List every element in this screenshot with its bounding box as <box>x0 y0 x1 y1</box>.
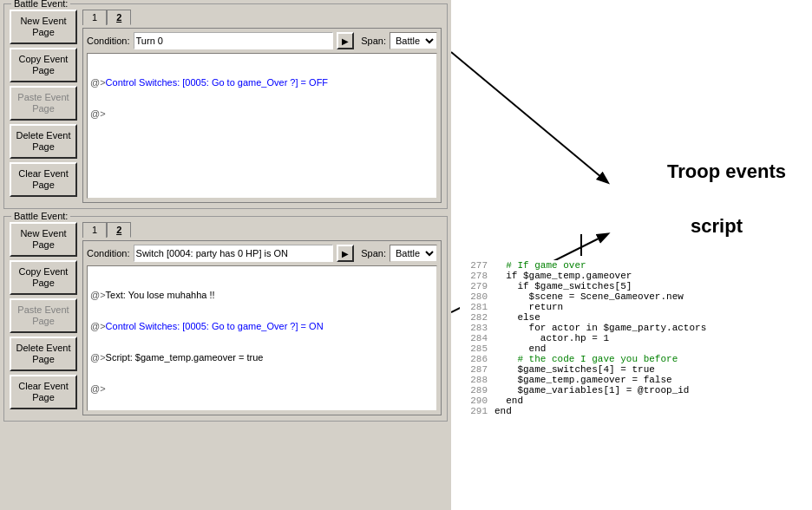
battle-event-section-1: Battle Event: New Event Page Copy Event … <box>3 3 448 209</box>
line-number: 281 <box>460 302 488 312</box>
line-text: for actor in $game_party.actors <box>494 323 706 333</box>
line-number: 277 <box>460 260 488 271</box>
span-select-2[interactable]: Battle <box>390 245 437 262</box>
right-panel: Troop events script 277 # If game over27… <box>451 0 812 510</box>
event-line-2-1: @>Text: You lose muhahha !! <box>90 290 434 300</box>
line-text: # If game over <box>494 260 586 271</box>
code-line: 282 else <box>460 312 812 323</box>
line-number: 287 <box>460 364 488 375</box>
troop-events-label: Troop events <box>667 160 786 183</box>
line-number: 291 <box>460 406 488 416</box>
line-text: if $game_temp.gameover <box>494 271 632 281</box>
line-text: if $game_switches[5] <box>494 281 632 291</box>
buttons-column-1: New Event Page Copy Event Page Paste Eve… <box>10 10 77 203</box>
right-content-1: 1 2 Condition: ▶ Span: Battle @>Contro <box>82 10 442 203</box>
event-line-1-1: @>Control Switches: [0005: Go to game_Ov… <box>90 77 434 88</box>
line-number: 289 <box>460 385 488 396</box>
line-number: 285 <box>460 343 488 354</box>
code-area: 277 # If game over278 if $game_temp.game… <box>460 260 812 510</box>
line-text: $scene = Scene_Gameover.new <box>494 291 684 302</box>
condition-label-2: Condition: <box>87 248 130 258</box>
tabs-row-1: 1 2 <box>82 10 442 25</box>
tab-2-2[interactable]: 2 <box>107 222 131 238</box>
condition-btn-1[interactable]: ▶ <box>337 32 354 49</box>
line-text: $game_switches[4] = true <box>494 364 655 375</box>
svg-line-0 <box>451 52 607 182</box>
condition-row-1: Condition: ▶ Span: Battle <box>87 32 437 49</box>
condition-input-2[interactable] <box>134 245 334 262</box>
section-1-container: New Event Page Copy Event Page Paste Eve… <box>10 10 442 203</box>
line-number: 278 <box>460 271 488 281</box>
clear-event-page-btn-1[interactable]: Clear Event Page <box>10 162 77 197</box>
line-number: 286 <box>460 354 488 364</box>
code-line: 284 actor.hp = 1 <box>460 333 812 343</box>
code-line: 283 for actor in $game_party.actors <box>460 323 812 333</box>
event-line-1-2: @> <box>90 108 434 119</box>
buttons-column-2: New Event Page Copy Event Page Paste Eve… <box>10 222 77 415</box>
event-line-2-2: @>Control Switches: [0005: Go to game_Ov… <box>90 321 434 331</box>
line-text: else <box>494 312 540 323</box>
condition-row-2: Condition: ▶ Span: Battle <box>87 245 437 262</box>
event-line-2-4: @> <box>90 383 434 394</box>
tabs-row-2: 1 2 <box>82 222 442 238</box>
condition-btn-2[interactable]: ▶ <box>337 245 354 262</box>
paste-event-page-btn-1: Paste Event Page <box>10 86 77 121</box>
event-text-area-2: @>Text: You lose muhahha !! @>Control Sw… <box>87 265 437 411</box>
condition-input-1[interactable] <box>134 32 334 49</box>
line-number: 279 <box>460 281 488 291</box>
tab-1-2[interactable]: 2 <box>107 10 131 25</box>
line-number: 283 <box>460 323 488 333</box>
new-event-page-btn-1[interactable]: New Event Page <box>10 10 77 44</box>
copy-event-page-btn-2[interactable]: Copy Event Page <box>10 260 77 295</box>
new-event-page-btn-2[interactable]: New Event Page <box>10 222 77 257</box>
line-number: 280 <box>460 291 488 302</box>
code-line: 287 $game_switches[4] = true <box>460 364 812 375</box>
line-number: 290 <box>460 396 488 406</box>
code-line: 289 $game_variables[1] = @troop_id <box>460 385 812 396</box>
code-line: 288 $game_temp.gameover = false <box>460 375 812 385</box>
line-text: end <box>494 406 512 416</box>
battle-event-label-1: Battle Event: <box>11 0 70 9</box>
condition-label-1: Condition: <box>87 36 130 46</box>
line-text: actor.hp = 1 <box>494 333 609 343</box>
code-line: 279 if $game_switches[5] <box>460 281 812 291</box>
code-line: 291end <box>460 406 812 416</box>
section-2-container: New Event Page Copy Event Page Paste Eve… <box>10 222 442 415</box>
tab-content-2: Condition: ▶ Span: Battle @>Text: You lo… <box>82 240 442 415</box>
line-number: 284 <box>460 333 488 343</box>
code-line: 286 # the code I gave you before <box>460 354 812 364</box>
delete-event-page-btn-2[interactable]: Delete Event Page <box>10 337 77 371</box>
delete-event-page-btn-1[interactable]: Delete Event Page <box>10 124 77 159</box>
code-line: 278 if $game_temp.gameover <box>460 271 812 281</box>
code-line: 281 return <box>460 302 812 312</box>
span-label-1: Span: <box>361 36 386 46</box>
event-line-2-3: @>Script: $game_temp.gameover = true <box>90 352 434 363</box>
event-text-area-1: @>Control Switches: [0005: Go to game_Ov… <box>87 53 437 199</box>
tab-1-1[interactable]: 1 <box>82 10 107 25</box>
line-text: end <box>494 396 523 406</box>
script-label: script <box>691 215 743 238</box>
clear-event-page-btn-2[interactable]: Clear Event Page <box>10 375 77 409</box>
line-text: $game_variables[1] = @troop_id <box>494 385 689 396</box>
span-label-2: Span: <box>361 248 386 258</box>
copy-event-page-btn-1[interactable]: Copy Event Page <box>10 48 77 82</box>
span-select-1[interactable]: Battle <box>390 32 437 49</box>
line-text: $game_temp.gameover = false <box>494 375 672 385</box>
code-line: 280 $scene = Scene_Gameover.new <box>460 291 812 302</box>
line-number: 282 <box>460 312 488 323</box>
tab-2-1[interactable]: 1 <box>82 222 107 238</box>
line-text: return <box>494 302 563 312</box>
code-line: 290 end <box>460 396 812 406</box>
battle-event-section-2: Battle Event: New Event Page Copy Event … <box>3 216 448 422</box>
right-content-2: 1 2 Condition: ▶ Span: Battle @>Text: <box>82 222 442 415</box>
line-text: # the code I gave you before <box>494 354 678 364</box>
tab-content-1: Condition: ▶ Span: Battle @>Control Swit… <box>82 28 442 203</box>
battle-event-label-2: Battle Event: <box>11 211 70 221</box>
code-line: 285 end <box>460 343 812 354</box>
line-text: end <box>494 343 546 354</box>
paste-event-page-btn-2: Paste Event Page <box>10 298 77 333</box>
left-panel: Battle Event: New Event Page Copy Event … <box>0 0 451 510</box>
code-line: 277 # If game over <box>460 260 812 271</box>
line-number: 288 <box>460 375 488 385</box>
